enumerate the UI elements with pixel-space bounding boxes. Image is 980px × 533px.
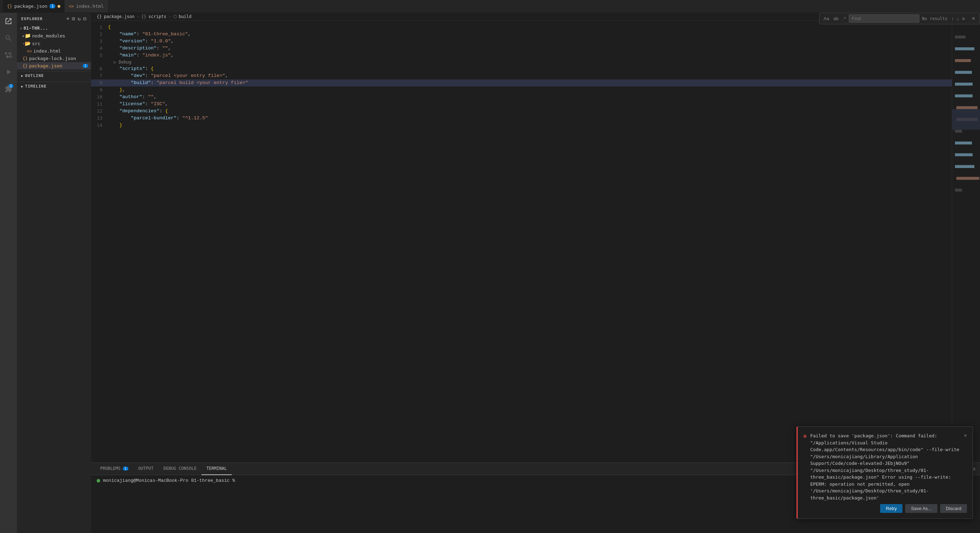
svg-rect-14 — [955, 188, 962, 191]
code-line-12: 12 "dependencies": { — [91, 108, 952, 115]
save-as-button[interactable]: Save As... — [905, 504, 937, 513]
chevron-right-icon: ▾ — [20, 26, 22, 31]
timeline-collapse-icon: ▶ — [21, 85, 24, 88]
outline-label: OUTLINE — [25, 73, 44, 78]
breadcrumb-separator-2: › — [168, 14, 171, 19]
tree-root[interactable]: ▾ 01-THR... — [17, 25, 91, 32]
code-line-4: 4 "description": "", — [91, 45, 952, 52]
panel-tab-problems[interactable]: PROBLEMS 1 — [95, 463, 134, 475]
whole-word-button[interactable]: ab — [832, 15, 840, 22]
timeline-label: TIMELINE — [25, 84, 46, 89]
svg-rect-9 — [955, 130, 962, 133]
code-line-8: 8 "build": "parcel build <your entry fil… — [91, 80, 952, 86]
panel-problems-label: PROBLEMS — [100, 466, 121, 471]
error-notification: ⊗ Failed to save 'package.json': Command… — [797, 426, 973, 519]
breadcrumb-json-icon: {} — [97, 14, 102, 19]
tab-json-icon: {} — [7, 4, 12, 9]
tree-root-label: 01-THR... — [24, 26, 48, 31]
panel-terminal-label: TERMINAL — [206, 466, 227, 471]
find-list-button[interactable]: ≡ — [961, 16, 966, 22]
sidebar-item-package-json[interactable]: {} package.json 1 — [17, 62, 91, 70]
svg-rect-11 — [955, 153, 973, 156]
error-actions: Retry Save As... Discard — [803, 504, 967, 513]
breadcrumb-separator-1: › — [137, 14, 139, 19]
breadcrumb-build-icon: ⬡ — [173, 14, 177, 19]
tab-dot — [57, 5, 60, 8]
activity-extensions[interactable]: 1 — [3, 83, 14, 94]
sidebar-item-node-modules[interactable]: ▶ 📁 node_modules — [17, 32, 91, 40]
outline-collapse-icon: ▶ — [21, 74, 24, 78]
find-bar: Aa ab .* No results ↑ ↓ ≡ ✕ — [819, 13, 980, 24]
json-file-icon: {} — [22, 56, 27, 61]
tab-package-json-num: 1 — [49, 4, 56, 8]
new-folder-icon[interactable]: ⊞ — [72, 16, 75, 22]
find-input[interactable] — [849, 14, 920, 22]
activity-source-control[interactable] — [3, 49, 14, 61]
svg-rect-1 — [955, 36, 966, 38]
activity-search[interactable] — [3, 32, 14, 44]
svg-rect-2 — [955, 47, 974, 50]
terminal-prompt-text: monicajiang@Monicas-MacBook-Pro 01-three… — [103, 478, 235, 483]
svg-rect-13 — [956, 177, 979, 180]
code-editor[interactable]: 1 { 2 "name": "01-three_basic", 3 "versi… — [91, 21, 952, 463]
svg-rect-7 — [956, 106, 978, 109]
timeline-header[interactable]: ▶ TIMELINE — [17, 82, 91, 91]
find-prev-button[interactable]: ↑ — [950, 16, 955, 22]
svg-rect-10 — [955, 142, 972, 144]
sidebar-title: EXPLORER — [21, 17, 43, 21]
find-options: Aa ab .* — [822, 15, 847, 22]
code-line-13: 13 "parcel-bundler": "^1.12.5" — [91, 115, 952, 122]
panel-problems-badge: 1 — [123, 467, 129, 471]
terminal-status-dot — [97, 479, 100, 482]
activity-run[interactable] — [3, 66, 14, 78]
sidebar-item-index-html[interactable]: <> index.html — [17, 47, 91, 55]
code-line-6: 6 "scripts": { — [91, 65, 952, 72]
panel-debug-console-label: DEBUG CONSOLE — [163, 466, 196, 471]
svg-rect-5 — [955, 83, 973, 85]
regex-button[interactable]: .* — [842, 15, 847, 22]
code-line-10: 10 "author": "", — [91, 94, 952, 101]
find-next-button[interactable]: ↓ — [956, 16, 960, 22]
find-input-wrapper: Aa ab .* — [822, 14, 920, 22]
collapse-icon[interactable]: ⊟ — [83, 16, 87, 22]
svg-rect-3 — [955, 59, 971, 62]
html-file-icon: <> — [27, 49, 32, 54]
tab-html-icon: <> — [69, 4, 74, 9]
sidebar-item-src[interactable]: ▾ 📂 src — [17, 40, 91, 47]
breadcrumb-curly-icon: {} — [141, 14, 146, 19]
tab-package-json[interactable]: {} package.json 1 — [3, 0, 65, 12]
panel-tab-terminal[interactable]: TERMINAL — [201, 463, 232, 475]
tab-index-html-label: index.html — [76, 3, 103, 9]
outline-header[interactable]: ▶ OUTLINE — [17, 71, 91, 80]
code-line-5: 5 "main": "index.js", — [91, 52, 952, 59]
refresh-icon[interactable]: ↻ — [78, 16, 81, 22]
find-close-button[interactable]: ✕ — [970, 15, 977, 22]
code-line-14: 14 } — [91, 122, 952, 129]
package-json-badge: 1 — [83, 64, 88, 68]
tree-label: node_modules — [32, 33, 88, 38]
activity-explorer[interactable] — [3, 16, 14, 27]
sidebar-item-package-lock-json[interactable]: {} package-lock.json — [17, 55, 91, 62]
tab-bar: {} package.json 1 <> index.html — [0, 0, 980, 13]
panel-tab-output[interactable]: OUTPUT — [134, 463, 158, 475]
sidebar-actions: + ⊞ ↻ ⊟ — [66, 16, 87, 22]
tab-index-html[interactable]: <> index.html — [65, 0, 108, 12]
code-line-1: 1 { — [91, 24, 952, 31]
svg-rect-12 — [955, 165, 974, 168]
retry-button[interactable]: Retry — [880, 504, 902, 513]
json-file-icon-active: {} — [22, 64, 27, 69]
discard-button[interactable]: Discard — [940, 504, 967, 513]
tree-label: package-lock.json — [29, 56, 88, 61]
find-navigation: ↑ ↓ ≡ — [950, 16, 966, 22]
activity-bar: 1 — [0, 13, 17, 533]
breadcrumb-part-3: build — [179, 14, 192, 19]
error-header: ⊗ Failed to save 'package.json': Command… — [803, 432, 967, 501]
new-file-icon[interactable]: + — [66, 16, 70, 22]
panel-chevron-icon[interactable]: ∧ — [973, 466, 976, 472]
match-case-button[interactable]: Aa — [822, 15, 831, 22]
panel-tab-debug-console[interactable]: DEBUG CONSOLE — [158, 463, 201, 475]
code-line-3: 3 "version": "1.0.0", — [91, 38, 952, 45]
error-close-button[interactable]: ✕ — [964, 432, 967, 438]
minimap-canvas — [952, 21, 980, 463]
breadcrumb-part-2: scripts — [148, 14, 167, 19]
